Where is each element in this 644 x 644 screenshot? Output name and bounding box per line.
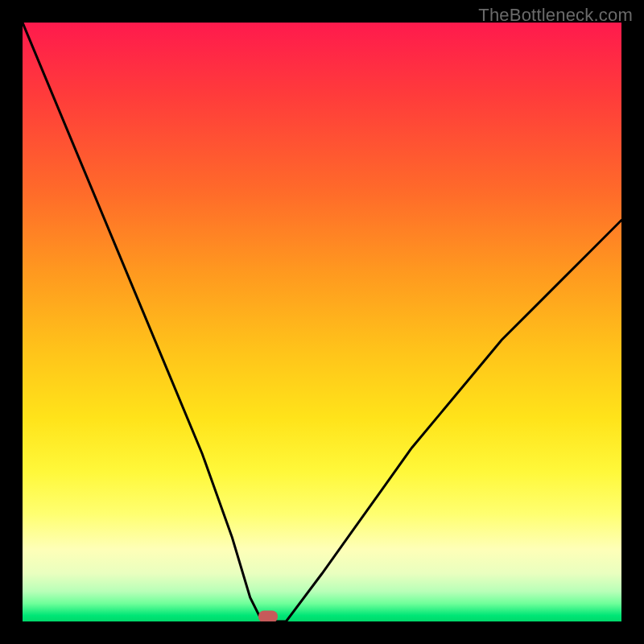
optimal-marker — [258, 611, 278, 622]
chart-container: TheBottleneck.com — [0, 0, 644, 644]
plot-area — [23, 23, 621, 621]
bottleneck-curve — [23, 23, 621, 621]
